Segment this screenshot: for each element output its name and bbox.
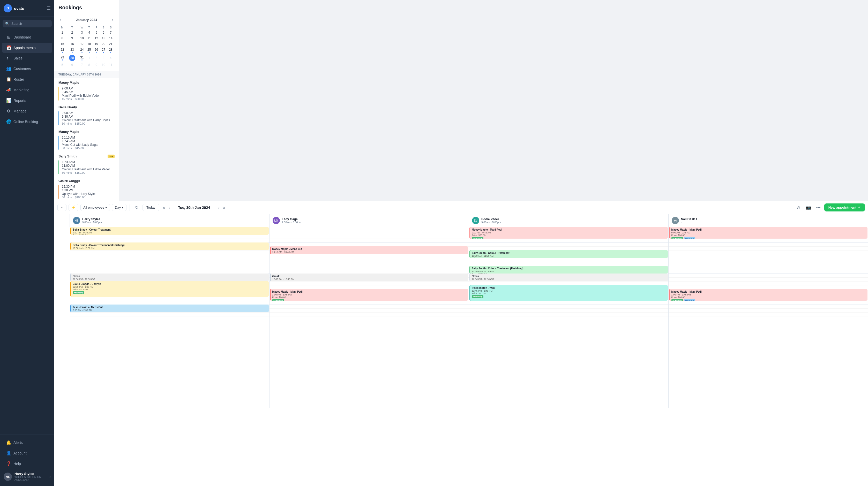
sidebar-item-reports[interactable]: 📊 Reports — [2, 95, 52, 105]
calendar-day-other[interactable]: 6 — [66, 62, 78, 67]
calendar-day[interactable]: 13 — [100, 36, 107, 41]
cal-prev-button[interactable]: ‹ — [58, 17, 63, 22]
calendar-day[interactable]: 20 — [100, 41, 107, 46]
sidebar-item-appointments[interactable]: 📅 Appointments — [2, 43, 52, 53]
calendar-day-other[interactable]: 11 — [107, 62, 114, 67]
employee-filter[interactable]: All employees ▾ — [81, 204, 110, 211]
back-button[interactable]: ← — [57, 204, 66, 211]
calendar-day[interactable]: 1 — [86, 54, 93, 62]
calendar-day[interactable]: 25 — [86, 47, 93, 54]
calendar-day[interactable]: 17 — [79, 41, 85, 46]
filter-button[interactable]: ⚡ — [68, 204, 79, 211]
next-next-button[interactable]: » — [222, 204, 227, 211]
sidebar-item-account[interactable]: 👤 Account — [2, 448, 52, 458]
calendar-day[interactable]: 1 — [59, 30, 66, 35]
staff-col-nd-grid[interactable]: Macey Maple - Mani Pedi9:00 AM - 9:45 AM… — [669, 227, 868, 408]
calendar-event[interactable]: Bella Brady - Colour Treatment (Finishin… — [70, 242, 269, 250]
calendar-event[interactable]: Sally Smith - Colour Treatment (Finishin… — [469, 266, 668, 273]
calendar-day-other[interactable]: 9 — [93, 62, 100, 67]
calendar-grid: M T W T F S S 12345678910111213141516171… — [58, 25, 115, 68]
sidebar-item-sales[interactable]: 🏷 Sales — [2, 53, 52, 63]
calendar-event[interactable]: Bella Brady - Colour Treatment9:00 AM - … — [70, 227, 269, 235]
calendar-event[interactable]: Macey Maple - Mens Cut10:15 AM - 10:45 A… — [270, 246, 468, 254]
calendar-day[interactable]: 31 — [79, 54, 85, 62]
sidebar-item-online-booking[interactable]: 🌐 Online Booking — [2, 117, 52, 127]
search-box[interactable]: 🔍 Search — [3, 20, 52, 27]
prev-prev-button[interactable]: « — [161, 204, 166, 211]
calendar-event[interactable]: Jess Jenkins - Mens Cut2:00 PM - 2:30 PM… — [70, 304, 269, 312]
calendar-day[interactable]: 19 — [93, 41, 100, 46]
calendar-day[interactable]: 12 — [93, 36, 100, 41]
calendar-day[interactable]: 7 — [107, 30, 114, 35]
appt-item[interactable]: 10:15 AM 10:45 AM Mens Cut with Lady Gag… — [54, 135, 119, 152]
calendar-day[interactable]: 14 — [107, 36, 114, 41]
sidebar-item-roster[interactable]: 📋 Roster — [2, 74, 52, 84]
hamburger-icon[interactable]: ☰ — [46, 5, 51, 11]
calendar-scroll[interactable]: HS Harry Styles 9:00am - 5:00pm LG Lady … — [54, 214, 868, 486]
more-button[interactable]: ••• — [815, 204, 822, 212]
calendar-day[interactable]: 15 — [59, 41, 66, 46]
calendar-event[interactable]: Break12:00 PM - 12:30 PM — [70, 273, 269, 281]
calendar-event[interactable]: Macey Maple - Mani Pedi9:00 AM - 9:45 AM… — [669, 227, 868, 238]
calendar-day[interactable]: 9 — [66, 36, 78, 41]
next-button[interactable]: › — [217, 204, 221, 211]
sidebar-item-marketing[interactable]: 📣 Marketing — [2, 85, 52, 95]
calendar-event[interactable]: Break12:00 PM - 12:30 PM — [469, 273, 668, 281]
calendar-day[interactable]: 2 — [66, 30, 78, 35]
calendar-day[interactable]: 8 — [59, 36, 66, 41]
calendar-day[interactable]: 27 — [100, 47, 107, 54]
sidebar-item-dashboard[interactable]: ⊞ Dashboard — [2, 32, 52, 42]
cal-next-button[interactable]: › — [110, 17, 115, 22]
calendar-day[interactable]: 6 — [100, 30, 107, 35]
prev-button[interactable]: ‹ — [167, 204, 172, 211]
calendar-event[interactable]: Macey Maple - Mani Pedi1:00 PM - 1:45 PM… — [669, 289, 868, 301]
calendar-day[interactable]: 11 — [86, 36, 93, 41]
calendar-day[interactable]: 18 — [86, 41, 93, 46]
calendar-day-other[interactable]: 10 — [100, 62, 107, 67]
calendar-event[interactable]: Sally Smith - Colour Treatment10:30 AM -… — [469, 250, 668, 258]
calendar-day[interactable]: 21 — [107, 41, 114, 46]
print-button[interactable]: 🖨 — [795, 204, 802, 212]
calendar-day-other[interactable]: 7 — [79, 62, 85, 67]
sidebar-item-alerts[interactable]: 🔔 Alerts — [2, 438, 52, 448]
calendar-event[interactable]: Claire Cloggs - Upstyle12:30 PM - 1:30 P… — [70, 281, 269, 297]
calendar-day[interactable]: 24 — [79, 47, 85, 54]
calendar-day[interactable]: 30 — [66, 54, 78, 62]
user-profile[interactable]: HS Harry Styles WHOLESOME SALON AUCKLAND… — [0, 469, 54, 484]
calendar-day-other[interactable]: 8 — [86, 62, 93, 67]
calendar-day[interactable]: 29 — [59, 54, 66, 62]
appt-item[interactable]: 12:30 PM 1:30 PM Upstyle with Harry Styl… — [54, 184, 119, 201]
calendar-event[interactable]: Macey Maple - Mani Pedi9:00 AM - 9:45 AM… — [469, 227, 668, 238]
today-button[interactable]: Today — [143, 204, 159, 211]
appt-item[interactable]: 9:00 AM 9:45 AM Mani Pedi with Eddie Ved… — [54, 86, 119, 103]
calendar-day-other[interactable]: 5 — [59, 62, 66, 67]
calendar-day[interactable]: 4 — [86, 30, 93, 35]
calendar-day[interactable]: 16 — [66, 41, 78, 46]
appt-item[interactable]: 9:00 AM 9:30 AM Colour Treatment with Ha… — [54, 110, 119, 127]
calendar-day[interactable]: 10 — [79, 36, 85, 41]
sidebar-item-manage[interactable]: ⚙ Manage — [2, 106, 52, 116]
calendar-day[interactable]: 2 — [93, 54, 100, 62]
calendar-day[interactable]: 3 — [100, 54, 107, 62]
calendar-day[interactable]: 22 — [59, 47, 66, 54]
sidebar-item-customers[interactable]: 👥 Customers — [2, 64, 52, 74]
appt-item[interactable]: 10:30 AM 11:00 AM Colour Treatment with … — [54, 159, 119, 176]
camera-button[interactable]: 📷 — [804, 203, 813, 212]
calendar-day[interactable]: 23 — [66, 47, 78, 54]
staff-col-hs-grid[interactable]: Bella Brady - Colour Treatment9:00 AM - … — [70, 227, 270, 408]
calendar-day[interactable]: 5 — [93, 30, 100, 35]
sidebar-item-help[interactable]: ❓ Help — [2, 459, 52, 469]
calendar-day[interactable]: 3 — [79, 30, 85, 35]
calendar-event[interactable]: Break12:00 PM - 12:30 PM — [270, 273, 468, 281]
refresh-button[interactable]: ↻ — [133, 204, 141, 211]
calendar-day[interactable]: 4 — [107, 54, 114, 62]
event-title: Sally Smith - Colour Treatment — [472, 251, 666, 255]
view-selector[interactable]: Day ▾ — [112, 204, 126, 211]
calendar-event[interactable]: Macey Maple - Mani Pedi1:00 PM - 1:45 PM… — [270, 289, 468, 301]
calendar-day[interactable]: 26 — [93, 47, 100, 54]
new-appointment-button[interactable]: New appointment ✓ — [824, 203, 865, 212]
staff-col-ev-grid[interactable]: Macey Maple - Mani Pedi9:00 AM - 9:45 AM… — [469, 227, 669, 408]
calendar-event[interactable]: Iris Islington - Wax12:45 PM - 1:45 PMPr… — [469, 285, 668, 301]
calendar-day[interactable]: 28 — [107, 47, 114, 54]
staff-col-lg-grid[interactable]: Macey Maple - Mens Cut10:15 AM - 10:45 A… — [270, 227, 469, 408]
